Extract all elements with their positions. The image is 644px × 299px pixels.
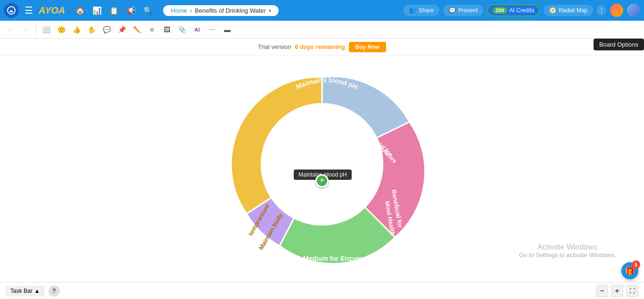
breadcrumb-separator: › <box>190 7 192 14</box>
comment-tool[interactable]: 💬 <box>99 23 114 36</box>
redo-button[interactable]: → <box>19 23 33 36</box>
frame-tool[interactable]: ⬜ <box>39 23 53 36</box>
image-tool[interactable]: 🖼 <box>160 23 174 36</box>
svg-point-14 <box>261 103 383 226</box>
bottom-bar: Task Bar ▲ ? − + ⛶ <box>0 282 644 299</box>
main-canvas: Benefits of Drink- ing Water Maintains b… <box>0 56 644 282</box>
toolbar: ← → ⬜ 🙂 👍 ✋ 💬 📌 ✏️ ≡ 🖼 📎 AI ⋯ ▬ <box>0 21 644 39</box>
draw-tool[interactable]: ✏️ <box>130 23 144 36</box>
radial-chart-svg: Benefits of Drink- ing Water Maintains b… <box>211 56 433 275</box>
undo-button[interactable]: ← <box>4 23 18 36</box>
present-label: Present <box>458 7 478 14</box>
trial-banner: Trial version 6 days remaining Buy Now <box>0 39 644 56</box>
help-button[interactable]: ? <box>49 285 60 297</box>
radial-map-button[interactable]: 🧭 Radial Map <box>544 5 593 16</box>
nav-right-actions: 👥 Share 💬 Present 200 AI Credits 🧭 Radia… <box>404 4 640 17</box>
search-nav-icon[interactable]: 🔍 <box>140 3 156 18</box>
app-logo[interactable] <box>4 3 19 18</box>
gift-button[interactable]: 🎁 5 <box>621 262 638 279</box>
doc-nav-icon[interactable]: 📋 <box>107 3 122 18</box>
gift-badge: 5 <box>632 260 640 269</box>
user-avatar[interactable] <box>610 4 623 17</box>
windows-activation-notice: Activate Windows Go to Settings to activ… <box>519 243 616 259</box>
breadcrumb-dropdown-icon[interactable]: ▾ <box>269 8 271 13</box>
more-tool[interactable]: ⋯ <box>205 23 219 36</box>
present-icon: 💬 <box>449 7 456 14</box>
fullscreen-button[interactable]: ⛶ <box>626 285 638 297</box>
breadcrumb: Home › Benefits of Drinking Water ▾ <box>163 5 279 16</box>
ai-credits-badge: 200 <box>493 7 507 14</box>
trial-days-remaining: 6 days remaining <box>295 43 345 50</box>
zoom-out-button[interactable]: − <box>596 285 608 297</box>
share-button[interactable]: 👥 Share <box>404 5 439 16</box>
top-navigation: ☰ AYOA 🏠 📊 📋 📢 🔍 Home › Benefits of Drin… <box>0 0 644 21</box>
zoom-in-button[interactable]: + <box>611 285 623 297</box>
share-icon: 👥 <box>409 7 416 14</box>
home-nav-icon[interactable]: 🏠 <box>73 3 88 18</box>
buy-now-button[interactable]: Buy Now <box>349 42 386 52</box>
taskbar-button[interactable]: Task Bar ▲ <box>6 286 45 296</box>
svg-text:Working Medium for Enzymes: Working Medium for Enzymes <box>275 255 369 262</box>
help-icon: ? <box>52 287 56 294</box>
present-button[interactable]: 💬 Present <box>443 5 483 16</box>
ai-credits-label: AI Credits <box>510 7 535 14</box>
user-avatar-2[interactable] <box>627 4 640 17</box>
announce-nav-icon[interactable]: 📢 <box>124 3 139 18</box>
taskbar-label: Task Bar <box>10 288 33 294</box>
activation-subtitle: Go to Settings to activate Windows. <box>519 251 616 259</box>
taskbar-chevron-icon: ▲ <box>34 288 40 294</box>
breadcrumb-home[interactable]: Home <box>171 7 187 14</box>
emoji-tool[interactable]: 🙂 <box>54 23 68 36</box>
nav-quick-icons: 🏠 📊 📋 📢 🔍 <box>73 3 156 18</box>
board-options-tooltip: Board Options <box>594 39 644 50</box>
pin-tool[interactable]: 📌 <box>115 23 129 36</box>
add-segment-button[interactable]: + <box>315 174 329 187</box>
toolbar-separator-1 <box>36 25 36 34</box>
hand-tool[interactable]: ✋ <box>84 23 99 36</box>
options-button[interactable]: ⋮ <box>597 5 606 16</box>
share-label: Share <box>419 7 434 14</box>
zoom-controls: − + ⛶ <box>596 285 638 297</box>
ai-tool[interactable]: AI <box>190 23 204 36</box>
chart-nav-icon[interactable]: 📊 <box>90 3 105 18</box>
ai-credits-button[interactable]: 200 AI Credits <box>487 4 540 16</box>
radial-map-label: Radial Map <box>559 7 587 14</box>
hamburger-menu[interactable]: ☰ <box>23 3 35 18</box>
attach-tool[interactable]: 📎 <box>175 23 189 36</box>
ayoa-logo: AYOA <box>39 5 65 16</box>
activation-title: Activate Windows <box>519 243 616 251</box>
trial-message: Trial version <box>258 43 291 50</box>
like-tool[interactable]: 👍 <box>69 23 83 36</box>
list-tool[interactable]: ≡ <box>145 23 159 36</box>
radial-chart[interactable]: Benefits of Drink- ing Water Maintains b… <box>211 56 433 275</box>
radial-map-icon: 🧭 <box>549 7 556 14</box>
link-tool[interactable]: ▬ <box>220 23 234 36</box>
breadcrumb-current-page: Benefits of Drinking Water <box>195 7 266 14</box>
